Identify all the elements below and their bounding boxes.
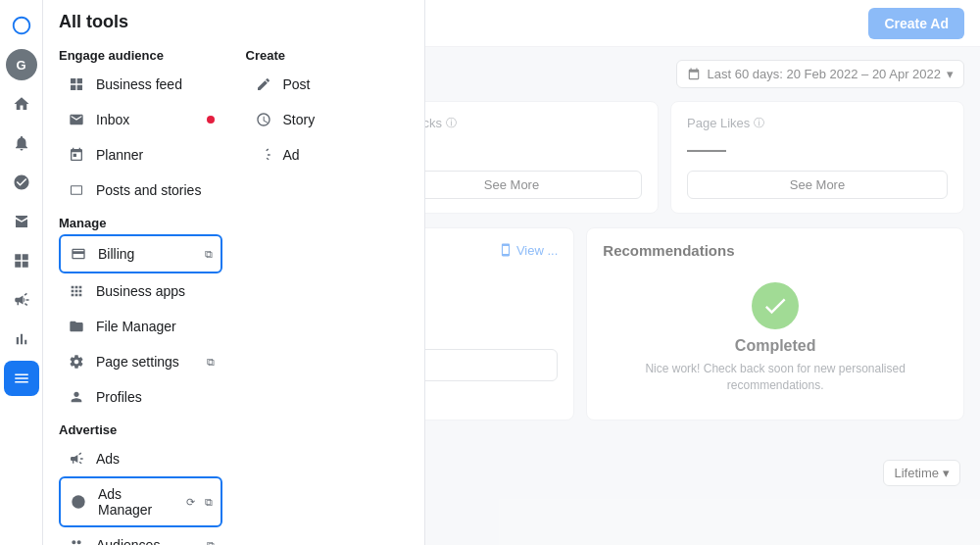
section-create-title: Create	[246, 40, 410, 67]
inbox-badge	[207, 116, 215, 124]
file-manager-icon	[67, 317, 86, 336]
user-avatar[interactable]: G	[4, 47, 39, 82]
tool-audiences[interactable]: Audiences ⧉	[59, 527, 222, 545]
tool-posts-stories-label: Posts and stories	[96, 182, 215, 198]
wrench-icon[interactable]	[4, 165, 39, 200]
tool-business-feed[interactable]: Business feed	[59, 67, 222, 102]
ads-manager-external-icon: ⧉	[205, 496, 213, 509]
all-tools-header: All tools	[43, 0, 424, 40]
tool-post-label: Post	[283, 76, 402, 92]
ads-icon	[67, 449, 86, 469]
section-advertise-title: Advertise	[59, 415, 222, 441]
feed-icon	[67, 74, 86, 94]
tool-profiles-label: Profiles	[96, 389, 215, 405]
planner-icon	[67, 145, 86, 165]
ad-icon	[254, 145, 273, 165]
menu-icon[interactable]	[4, 361, 39, 396]
ads-manager-loading: ⟳	[186, 496, 195, 509]
business-apps-icon	[67, 281, 86, 301]
tool-business-feed-label: Business feed	[96, 76, 215, 92]
tool-ads[interactable]: Ads	[59, 441, 222, 476]
avatar-initials: G	[6, 49, 37, 80]
audiences-external-icon: ⧉	[207, 539, 215, 546]
tool-page-settings[interactable]: Page settings ⧉	[59, 344, 222, 379]
sidebar-icons-panel: G	[0, 0, 43, 545]
page-settings-icon	[67, 352, 86, 372]
tool-inbox[interactable]: Inbox	[59, 102, 222, 137]
tool-business-apps-label: Business apps	[96, 283, 215, 299]
profiles-icon	[67, 387, 86, 407]
right-column: Create Post Story Ad	[246, 40, 410, 545]
tool-ads-manager[interactable]: Ads Manager ⟳ ⧉	[59, 476, 222, 527]
tool-ads-label: Ads	[96, 451, 215, 467]
section-engage-title: Engage audience	[59, 40, 222, 67]
store-icon[interactable]	[4, 204, 39, 239]
tool-ad[interactable]: Ad	[246, 137, 410, 173]
post-icon	[254, 74, 273, 94]
story-icon	[254, 110, 273, 129]
ads-manager-icon	[69, 492, 88, 512]
tools-columns: Engage audience Business feed Inbox Plan…	[43, 40, 424, 545]
bell-icon[interactable]	[4, 125, 39, 161]
tool-business-apps[interactable]: Business apps	[59, 273, 222, 309]
tool-file-manager-label: File Manager	[96, 319, 215, 334]
billing-icon	[69, 244, 88, 264]
home-icon[interactable]	[4, 86, 39, 122]
bar-chart-icon[interactable]	[4, 322, 39, 357]
tool-planner[interactable]: Planner	[59, 137, 222, 173]
meta-logo-icon	[4, 8, 39, 43]
tool-billing[interactable]: Billing ⧉	[59, 234, 222, 273]
all-tools-panel: All tools Engage audience Business feed …	[43, 0, 425, 545]
left-column: Engage audience Business feed Inbox Plan…	[59, 40, 222, 545]
tool-page-settings-label: Page settings	[96, 354, 197, 370]
tool-profiles[interactable]: Profiles	[59, 379, 222, 415]
tool-posts-stories[interactable]: Posts and stories	[59, 173, 222, 208]
audiences-icon	[67, 535, 86, 545]
svg-point-0	[72, 495, 84, 508]
tool-billing-label: Billing	[98, 246, 195, 262]
tool-file-manager[interactable]: File Manager	[59, 309, 222, 344]
tool-audiences-label: Audiences	[96, 537, 197, 545]
tool-story-label: Story	[283, 112, 402, 127]
tool-story[interactable]: Story	[246, 102, 410, 137]
tool-post[interactable]: Post	[246, 67, 410, 102]
tool-inbox-label: Inbox	[96, 112, 215, 127]
inbox-icon	[67, 110, 86, 129]
tool-planner-label: Planner	[96, 147, 215, 163]
grid-icon[interactable]	[4, 243, 39, 278]
billing-external-icon: ⧉	[205, 248, 213, 261]
megaphone-icon[interactable]	[4, 282, 39, 318]
tool-ad-label: Ad	[283, 147, 402, 163]
page-settings-external-icon: ⧉	[207, 356, 215, 369]
section-manage-title: Manage	[59, 208, 222, 234]
posts-icon	[67, 180, 86, 200]
all-tools-title: All tools	[59, 12, 128, 32]
tool-ads-manager-label: Ads Manager	[98, 486, 174, 518]
